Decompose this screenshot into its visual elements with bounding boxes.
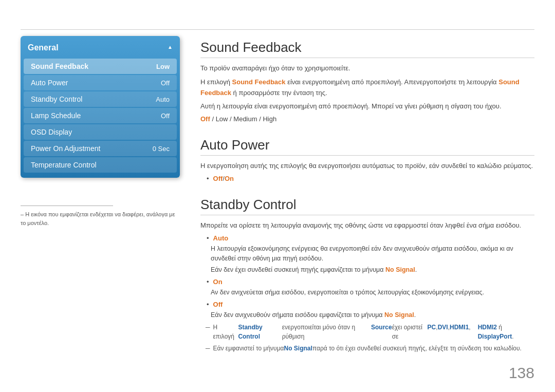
sidebar-item-auto-power[interactable]: Auto Power Off [24, 75, 177, 90]
standby-control-title: Standby Control [200, 197, 534, 215]
sep1: / [210, 115, 216, 123]
auto-power-on: On [225, 175, 234, 182]
bullet-off-label: Off [213, 301, 223, 308]
sidebar-item-value: Off [161, 79, 170, 87]
bullet-auto-label: Auto [213, 234, 229, 242]
sidebar-item-temperature-control[interactable]: Temperature Control [24, 157, 177, 173]
sidebar-item-label: Standby Control [31, 95, 82, 103]
note1-hdmi2: HDMI2 [478, 324, 497, 331]
nosignal-prefix: Εάν δεν έχει συνδεθεί συσκευή πηγής εμφα… [211, 266, 385, 273]
note1-pc: PC [428, 323, 436, 332]
sound-feedback-para2: Η επιλογή Sound Feedback είναι ενεργοποι… [200, 77, 534, 99]
bullet-on-label: On [213, 278, 223, 286]
page-number: 138 [509, 364, 534, 382]
footnote: – Η εικόνα που εμφανίζεται ενδέχεται να … [21, 206, 180, 227]
sound-feedback-title: Sound Feedback [200, 40, 534, 58]
sidebar-item-label: Power On Adjustment [31, 144, 100, 153]
option-low: Low [216, 115, 228, 123]
sidebar-item-lamp-schedule[interactable]: Lamp Schedule Off [24, 108, 177, 123]
footnote-divider [21, 206, 113, 206]
option-medium: Medium [233, 115, 257, 123]
auto-power-para1: Η ενεργοποίηση αυτής της επιλογής θα ενε… [200, 161, 534, 172]
sidebar-item-sound-feedback[interactable]: Sound Feedback Low [24, 59, 177, 74]
standby-bullet-off: Off [207, 301, 534, 308]
sidebar-item-power-on-adjustment[interactable]: Power On Adjustment 0 Sec [24, 141, 177, 156]
note1-dvi: DVI [438, 323, 448, 332]
standby-on-text: Αν δεν ανιχνεύεται σήμα εισόδου, ενεργοπ… [211, 288, 534, 297]
para2-middle: είναι ενεργοποιημένη από προεπιλογή. Απε… [286, 78, 499, 86]
standby-auto-nosignal: Εάν δεν έχει συνδεθεί συσκευή πηγής εμφα… [211, 265, 534, 275]
note1-middle1: ενεργοποιείται μόνο όταν η ρύθμιση [282, 323, 371, 341]
standby-bullet-auto: Auto [207, 234, 534, 242]
sidebar-item-value: 0 Sec [153, 145, 170, 153]
sep2: / [228, 115, 233, 123]
off-nosignal: No Signal [384, 311, 414, 319]
sidebar-item-label: Lamp Schedule [31, 111, 81, 120]
nosignal-label: No Signal [385, 266, 415, 273]
para2-suffix: ή προσαρμόστε την ένταση της. [231, 89, 327, 97]
sidebar-title: General [21, 40, 180, 58]
standby-auto-text: Η λειτουργία εξοικονόμησης ενέργειας θα … [211, 244, 534, 264]
footnote-text: – Η εικόνα που εμφανίζεται ενδέχεται να … [21, 210, 180, 227]
note1-prefix: Η επιλογή [213, 323, 238, 341]
sidebar-item-label: OSD Display [31, 128, 72, 136]
standby-note2: Εάν εμφανιστεί το μήνυμα No Signal παρά … [206, 344, 534, 353]
auto-power-options: Off / On [207, 175, 534, 182]
para2-highlight1: Sound Feedback [232, 78, 286, 86]
note2-nosignal: No Signal [284, 344, 312, 353]
sidebar-item-label: Temperature Control [31, 161, 97, 169]
note1-or: ή [497, 324, 502, 331]
sidebar-panel: General Sound Feedback Low Auto Power Of… [21, 36, 180, 178]
sound-feedback-options: Off / Low / Medium / High [200, 115, 534, 123]
note1-source: Source [371, 323, 392, 332]
note2-suffix: παρά το ότι έχει συνδεθεί συσκευή πηγής,… [312, 344, 522, 353]
sidebar-item-standby-control[interactable]: Standby Control Auto [24, 91, 177, 107]
note1-hdmi1: HDMI1 [450, 323, 469, 332]
note1-standby: Standby Control [238, 323, 282, 341]
sidebar-item-osd-display[interactable]: OSD Display [24, 124, 177, 140]
nosignal-suffix: . [415, 266, 417, 273]
sidebar-item-label: Auto Power [31, 79, 68, 87]
sound-feedback-para3: Αυτή η λειτουργία είναι ενεργοποιημένη α… [200, 101, 534, 112]
sidebar-item-value: Off [161, 112, 170, 120]
note1-displayport: DisplayPort [478, 333, 512, 340]
note1-suffix: . [512, 333, 513, 340]
standby-control-para1: Μπορείτε να ορίσετε τη λειτουργία αναμον… [200, 220, 534, 231]
sidebar: General Sound Feedback Low Auto Power Of… [21, 36, 180, 178]
sidebar-item-label: Sound Feedback [31, 62, 88, 70]
off-text-prefix: Εάν δεν ανιχνευθούν σήματα εισόδου εμφαν… [211, 311, 384, 319]
sidebar-item-value: Low [156, 63, 170, 70]
standby-note1: Η επιλογή Standby Control ενεργοποιείται… [206, 323, 534, 341]
off-nosignal-suffix: . [414, 311, 416, 319]
auto-power-title: Auto Power [200, 137, 534, 156]
sound-feedback-para1: Το προϊόν αναπαράγει ήχο όταν το χρησιμο… [200, 63, 534, 74]
para2-prefix: Η επιλογή [200, 78, 232, 86]
note2-prefix: Εάν εμφανιστεί το μήνυμα [213, 344, 284, 353]
option-high: High [263, 115, 276, 123]
note1-hdmi2-wrap: HDMI2 ή DisplayPort. [471, 323, 534, 341]
option-off: Off [200, 115, 210, 123]
standby-bullet-on: On [207, 278, 534, 286]
main-content: Sound Feedback Το προϊόν αναπαράγει ήχο … [200, 29, 534, 371]
note1-middle2: έχει οριστεί σε [392, 323, 428, 341]
sidebar-item-value: Auto [156, 96, 170, 103]
sep3: / [257, 115, 263, 123]
auto-power-off: Off [213, 175, 223, 182]
standby-off-text: Εάν δεν ανιχνευθούν σήματα εισόδου εμφαν… [211, 310, 534, 320]
